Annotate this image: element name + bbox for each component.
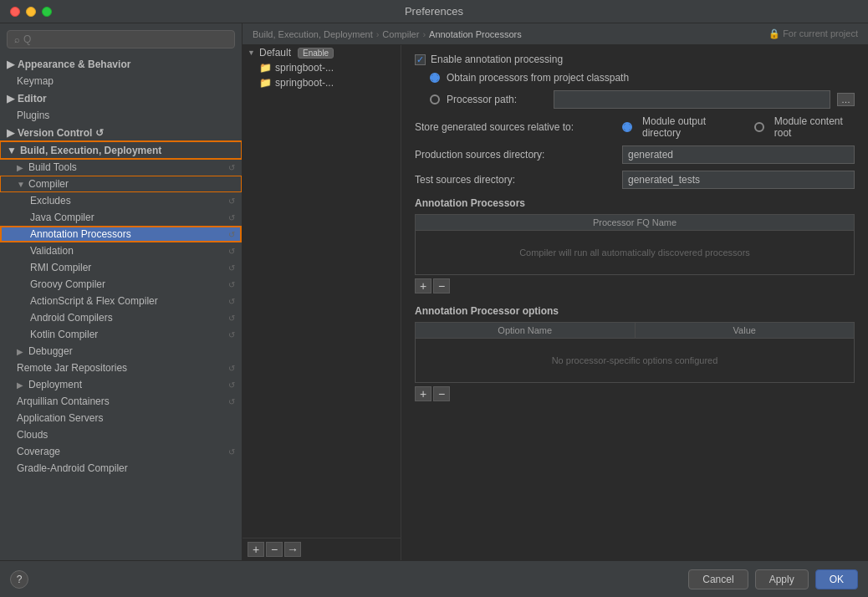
processor-path-input[interactable]: [554, 90, 830, 109]
sidebar-item-remote-jar[interactable]: Remote Jar Repositories ↺: [0, 360, 242, 376]
processor-path-label: Processor path:: [447, 94, 547, 105]
sidebar-item-excludes[interactable]: Excludes ↺: [0, 192, 242, 209]
arrow-icon: ▶: [7, 59, 14, 70]
enable-annotation-label: Enable annotation processing: [431, 54, 563, 65]
sidebar-item-label: RMI Compiler: [30, 262, 91, 273]
sidebar-item-kotlin-compiler[interactable]: Kotlin Compiler ↺: [0, 326, 242, 343]
sidebar: ⌕ ▶ Appearance & Behavior Keymap ▶ Edito…: [0, 23, 243, 560]
remove-profile-button[interactable]: −: [266, 542, 283, 557]
store-generated-row: Store generated sources relative to: Mod…: [415, 115, 855, 139]
sidebar-item-coverage[interactable]: Coverage ↺: [0, 443, 242, 460]
apply-button[interactable]: Apply: [755, 569, 809, 589]
window-title: Preferences: [405, 5, 463, 18]
tree-item-springboot-1[interactable]: 📁 springboot-...: [243, 60, 401, 75]
table-header: Processor FQ Name: [416, 215, 854, 231]
sidebar-item-deployment[interactable]: ▶ Deployment ↺: [0, 376, 242, 393]
annotation-processors-empty-msg: Compiler will run all automatically disc…: [416, 231, 854, 274]
sidebar-item-actionscript[interactable]: ActionScript & Flex Compiler ↺: [0, 293, 242, 309]
annotation-options-empty-msg: No processor-specific options configured: [416, 339, 854, 382]
enable-button[interactable]: Enable: [298, 48, 334, 59]
titlebar: Preferences: [0, 0, 868, 23]
minimize-btn[interactable]: [26, 7, 36, 17]
remove-processor-button[interactable]: −: [433, 278, 450, 293]
test-sources-row: Test sources directory:: [415, 171, 855, 189]
sidebar-item-java-compiler[interactable]: Java Compiler ↺: [0, 209, 242, 226]
obtain-processors-radio[interactable]: [430, 73, 440, 83]
arrow-icon: ▶: [7, 93, 14, 105]
enable-annotation-checkbox[interactable]: [415, 54, 426, 65]
reset-icon: ↺: [228, 163, 235, 172]
sidebar-item-debugger[interactable]: ▶ Debugger: [0, 343, 242, 360]
reset-icon: ↺: [228, 397, 235, 406]
folder-icon: 📁: [259, 77, 272, 89]
sidebar-item-label: Build Tools: [28, 161, 77, 173]
add-profile-button[interactable]: +: [248, 542, 264, 557]
arrow-icon: ▶: [7, 127, 14, 139]
sidebar-item-label: Keymap: [17, 75, 54, 87]
reset-icon: ↺: [228, 247, 235, 256]
bottom-left: ?: [10, 570, 28, 589]
tree-item-default[interactable]: ▼ Default Enable: [243, 45, 401, 60]
remove-option-button[interactable]: −: [433, 386, 450, 401]
sidebar-item-gradle-android[interactable]: Gradle-Android Compiler: [0, 460, 242, 477]
sidebar-item-rmi-compiler[interactable]: RMI Compiler ↺: [0, 259, 242, 276]
traffic-lights: [10, 7, 52, 17]
search-box[interactable]: ⌕: [7, 30, 235, 48]
sidebar-item-build-exec[interactable]: ▼ Build, Execution, Deployment: [0, 141, 242, 159]
sidebar-item-appearance[interactable]: ▶ Appearance & Behavior: [0, 55, 242, 73]
sidebar-item-label: Java Compiler: [30, 212, 94, 223]
module-output-radio[interactable]: [622, 122, 632, 132]
sidebar-item-plugins[interactable]: Plugins: [0, 107, 242, 124]
ok-button[interactable]: OK: [815, 569, 858, 589]
production-sources-input[interactable]: [622, 145, 855, 164]
options-table-header: Option Name Value: [416, 323, 854, 339]
search-input[interactable]: [23, 33, 227, 45]
tree-item-springboot-2[interactable]: 📁 springboot-...: [243, 75, 401, 90]
close-btn[interactable]: [10, 7, 20, 17]
add-option-button[interactable]: +: [415, 386, 431, 401]
sidebar-item-build-tools[interactable]: ▶ Build Tools ↺: [0, 159, 242, 176]
cancel-button[interactable]: Cancel: [688, 569, 748, 589]
sidebar-item-groovy-compiler[interactable]: Groovy Compiler ↺: [0, 276, 242, 293]
sidebar-item-label: Editor: [18, 93, 47, 105]
obtain-processors-label: Obtain processors from project classpath: [447, 72, 629, 84]
test-sources-input[interactable]: [622, 171, 855, 189]
reset-icon: ↺: [228, 447, 235, 457]
store-generated-label: Store generated sources relative to:: [415, 121, 615, 133]
bottom-right: Cancel Apply OK: [688, 569, 858, 589]
maximize-btn[interactable]: [42, 7, 52, 17]
reset-icon: ↺: [228, 297, 235, 306]
sidebar-item-annotation-processors[interactable]: Annotation Processors ↺: [0, 226, 242, 242]
tree-item-label: springboot-...: [275, 62, 334, 74]
sidebar-item-version-control[interactable]: ▶ Version Control ↺: [0, 124, 242, 141]
arrow-icon: ▶: [17, 163, 25, 172]
sidebar-item-validation[interactable]: Validation ↺: [0, 242, 242, 259]
reset-icon: ↺: [228, 314, 235, 323]
module-output-label: Module output directory: [642, 115, 738, 139]
obtain-processors-row: Obtain processors from project classpath: [430, 72, 855, 84]
sidebar-item-label: Build, Execution, Deployment: [20, 145, 161, 156]
annotation-processors-table: Processor FQ Name Compiler will run all …: [415, 214, 855, 275]
sidebar-item-editor[interactable]: ▶ Editor: [0, 89, 242, 107]
sidebar-item-arquillian[interactable]: Arquillian Containers ↺: [0, 393, 242, 410]
sidebar-item-label: Remote Jar Repositories: [17, 362, 127, 374]
sidebar-item-android-compilers[interactable]: Android Compilers ↺: [0, 309, 242, 326]
add-processor-button[interactable]: +: [415, 278, 431, 293]
reset-icon: ↺: [228, 380, 235, 390]
help-button[interactable]: ?: [10, 570, 28, 589]
sidebar-item-label: Kotlin Compiler: [30, 329, 98, 340]
sidebar-item-clouds[interactable]: Clouds: [0, 426, 242, 443]
module-content-radio[interactable]: [754, 122, 764, 132]
processor-path-browse-btn[interactable]: …: [837, 93, 855, 106]
bottom-bar: ? Cancel Apply OK: [0, 560, 868, 597]
breadcrumb-right: 🔒 For current project: [768, 28, 858, 39]
sidebar-item-app-servers[interactable]: Application Servers: [0, 410, 242, 426]
sidebar-item-label: Plugins: [17, 110, 49, 121]
reset-icon: ↺: [228, 364, 235, 373]
sidebar-item-compiler[interactable]: ▼ Compiler: [0, 176, 242, 192]
sidebar-item-label: Compiler: [28, 178, 69, 190]
arrow-icon: ▶: [17, 347, 25, 356]
processor-path-radio[interactable]: [430, 94, 440, 105]
sidebar-item-keymap[interactable]: Keymap: [0, 73, 242, 89]
nav-arrow-button[interactable]: →: [284, 542, 301, 557]
